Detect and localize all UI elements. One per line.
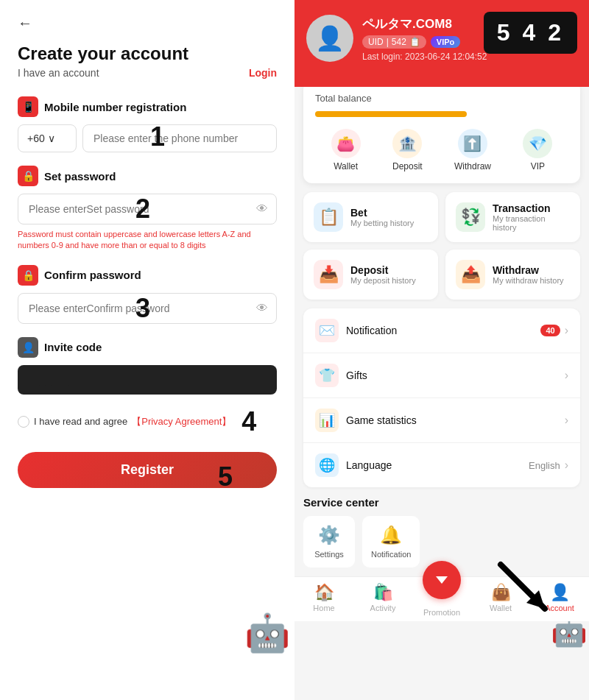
withdraw-action[interactable]: ⬆️ Withdraw (454, 129, 491, 172)
notification-chevron: › (565, 324, 568, 337)
balance-overlay-nums: 5 4 2 (497, 19, 564, 46)
has-account-row: I have an account Login (18, 67, 277, 79)
agree-row: I have read and agree 【Privacy Agreement… (18, 406, 277, 437)
vip-badge: VIPo (431, 36, 460, 48)
balance-label: Total balance (315, 93, 568, 104)
confirm-eye-icon[interactable]: 👁 (256, 302, 268, 315)
balance-bar (315, 111, 467, 117)
password-section-label: 🔒 Set password (18, 166, 277, 186)
gifts-item[interactable]: 👕 Gifts › (303, 353, 580, 398)
menu-card-withdraw[interactable]: 📤 Withdraw My withdraw history (445, 250, 580, 300)
notification-item[interactable]: ✉️ Notification 40 › (303, 308, 580, 353)
has-account-text: I have an account (18, 67, 99, 79)
language-chevron: › (565, 459, 568, 472)
account-nav-label: Account (545, 604, 574, 612)
nav-home[interactable]: 🏠 Home (294, 577, 353, 621)
withdraw-icon: ⬆️ (458, 129, 487, 158)
vip-action[interactable]: 💎 VIP (523, 129, 552, 172)
nav-promotion[interactable]: Promotion (412, 577, 471, 621)
phone-row: +60 ∨ (18, 124, 277, 152)
phone-code-selector[interactable]: +60 ∨ (18, 124, 77, 152)
page-title: Create your account (18, 43, 277, 64)
phone-input[interactable] (82, 124, 277, 152)
transaction-title: Transaction (493, 202, 570, 214)
activity-label: Activity (370, 604, 396, 612)
step5-label: 5 (218, 462, 233, 492)
agree-text: I have read and agree (34, 416, 127, 427)
chevron-icon: ∨ (48, 132, 55, 144)
settings-icon: ⚙️ (318, 525, 340, 545)
invite-icon: 👤 (18, 337, 38, 358)
wallet-label: Wallet (334, 161, 358, 172)
mascot-left: 🤖 (244, 612, 289, 656)
notification-icon: ✉️ (315, 319, 339, 342)
wallet-nav-label: Wallet (490, 604, 512, 612)
balance-card: Total balance 👛 Wallet 🏦 Deposit ⬆️ With… (303, 81, 580, 183)
notification-badge: 40 (540, 325, 560, 336)
privacy-link[interactable]: 【Privacy Agreement】 (132, 415, 231, 428)
register-button[interactable]: Register (18, 452, 277, 488)
withdraw-card-icon: 📤 (456, 260, 485, 289)
service-grid: ⚙️ Settings 🔔 Notification (303, 516, 580, 568)
vip-icon: 💎 (523, 129, 552, 158)
balance-overlay: 5 4 2 (484, 12, 577, 54)
deposit-title: Deposit (350, 264, 416, 276)
language-item[interactable]: 🌐 Language English › (303, 443, 580, 487)
withdraw-sub: My withdraw history (493, 276, 564, 285)
transaction-icon: 💱 (456, 202, 485, 232)
list-menu: ✉️ Notification 40 › 👕 Gifts › 📊 Game st… (303, 308, 580, 487)
home-label: Home (313, 604, 334, 612)
game-stats-label: Game statistics (346, 414, 565, 426)
menu-grid: 📋 Bet My betting history 💱 Transaction M… (303, 192, 580, 300)
menu-card-deposit[interactable]: 📥 Deposit My deposit history (303, 250, 438, 300)
confirm-section-label: 🔒 Confirm password (18, 265, 277, 286)
nav-account[interactable]: 👤 Account (530, 577, 589, 621)
deposit-action[interactable]: 🏦 Deposit (392, 129, 423, 172)
service-notification-label: Notification (371, 550, 411, 559)
service-title: Service center (303, 496, 580, 509)
left-panel: ← Create your account I have an account … (0, 0, 294, 700)
menu-card-bet[interactable]: 📋 Bet My betting history (303, 192, 438, 242)
bet-sub: My betting history (350, 219, 414, 227)
confirm-input-wrap: 👁 3 (18, 293, 277, 324)
service-notification-item[interactable]: 🔔 Notification (362, 516, 420, 568)
language-label: Language (346, 459, 529, 471)
deposit-sub: My deposit history (350, 276, 416, 285)
promotion-label: Promotion (423, 608, 460, 617)
avatar: 👤 (306, 15, 353, 62)
mobile-section-label: 📱 Mobile number registration (18, 96, 277, 117)
wallet-action[interactable]: 👛 Wallet (331, 129, 361, 172)
step1-label: 1 (150, 121, 165, 152)
agree-checkbox[interactable] (18, 416, 29, 428)
home-icon: 🏠 (314, 583, 334, 602)
right-panel: 👤 ペルタマ.COM8 UID | 542 📋 VIPo Last login:… (294, 0, 589, 700)
game-stats-item[interactable]: 📊 Game statistics › (303, 398, 580, 443)
promotion-center-btn[interactable] (423, 561, 461, 599)
invite-section-label: 👤 Invite code (18, 337, 277, 358)
quick-actions: 👛 Wallet 🏦 Deposit ⬆️ Withdraw 💎 VIP (315, 129, 568, 172)
step2-label: 2 (135, 194, 150, 225)
confirm-lock-icon: 🔒 (18, 265, 38, 286)
password-hint: Password must contain uppercase and lowe… (18, 229, 277, 252)
settings-item[interactable]: ⚙️ Settings (303, 516, 355, 568)
activity-icon: 🛍️ (373, 583, 393, 602)
vip-label: VIP (531, 161, 545, 172)
transaction-sub: My transaction history (493, 214, 570, 232)
menu-card-transaction[interactable]: 💱 Transaction My transaction history (445, 192, 580, 242)
profile-header: 👤 ペルタマ.COM8 UID | 542 📋 VIPo Last login:… (294, 0, 589, 87)
nav-activity[interactable]: 🛍️ Activity (353, 577, 412, 621)
game-stats-icon: 📊 (315, 409, 339, 432)
eye-icon[interactable]: 👁 (256, 202, 268, 216)
back-button[interactable]: ← (18, 15, 32, 32)
gifts-chevron: › (565, 369, 568, 382)
invite-input[interactable] (18, 365, 277, 395)
language-icon: 🌐 (315, 453, 339, 477)
deposit-card-icon: 📥 (314, 260, 343, 289)
account-nav-icon: 👤 (550, 583, 570, 602)
game-stats-chevron: › (565, 414, 568, 427)
service-section: Service center ⚙️ Settings 🔔 Notificatio… (303, 496, 580, 568)
nav-wallet[interactable]: 👜 Wallet (471, 577, 530, 621)
login-link[interactable]: Login (249, 67, 277, 79)
notification-label: Notification (346, 325, 540, 336)
password-input-wrap: 👁 2 (18, 194, 277, 225)
